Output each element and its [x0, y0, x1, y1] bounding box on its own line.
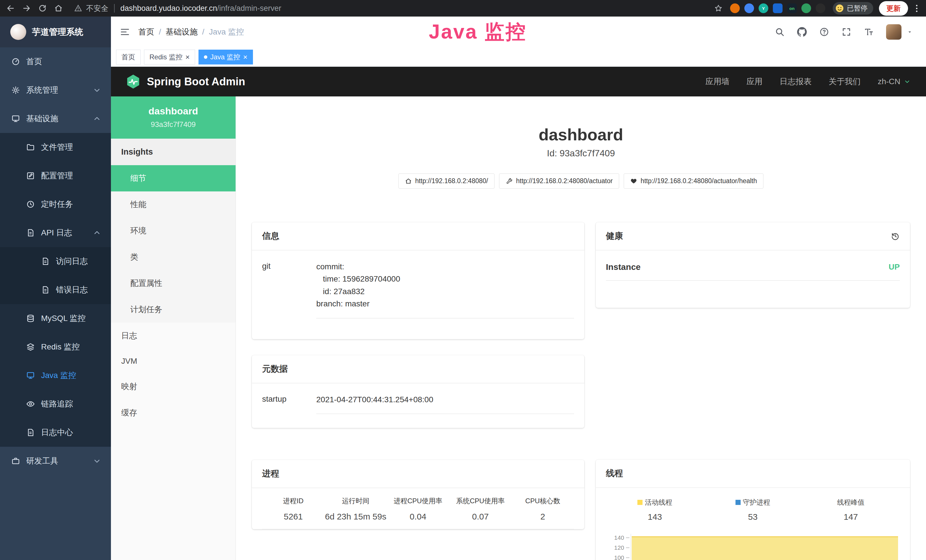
wrench-icon — [505, 178, 513, 185]
sidebar-item-redis-monitor[interactable]: Redis 监控 — [0, 333, 111, 361]
sba-menu-caches[interactable]: 缓存 — [111, 400, 236, 426]
sidebar-item-java-monitor[interactable]: Java 监控 — [0, 361, 111, 390]
extension-measure-icon[interactable] — [744, 3, 754, 13]
sidebar-item-api-log[interactable]: API 日志 — [0, 218, 111, 247]
collapse-sidebar-icon[interactable] — [120, 27, 130, 37]
sidebar-item-label: 定时任务 — [41, 199, 73, 210]
table-header-cell: CPU核心数 — [511, 496, 574, 506]
browser-home-icon[interactable] — [54, 4, 63, 12]
instance-link-actuator[interactable]: http://192.168.0.2:48080/actuator — [499, 173, 619, 189]
sba-menu-environment[interactable]: 环境 — [111, 218, 236, 244]
instance-header[interactable]: dashboard 93a3fc7f7409 — [111, 97, 236, 139]
sba-nav-applications[interactable]: 应用 — [747, 76, 763, 87]
sidebar-item-scheduled-job[interactable]: 定时任务 — [0, 190, 111, 218]
update-button[interactable]: 更新 — [879, 1, 908, 16]
sidebar-item-access-log[interactable]: 访问日志 — [0, 247, 111, 275]
health-instance-label: Instance — [606, 262, 641, 272]
sidebar-item-error-log[interactable]: 错误日志 — [0, 275, 111, 304]
app-logo[interactable]: 芋道管理系统 — [0, 17, 111, 47]
doc-icon — [41, 286, 50, 294]
sidebar-item-file-manage[interactable]: 文件管理 — [0, 133, 111, 162]
sidebar-item-label: API 日志 — [41, 227, 72, 238]
legend-text: 线程峰值 — [837, 498, 864, 507]
screen-icon — [26, 371, 35, 380]
logo-image — [10, 24, 26, 40]
sba-menu-mappings[interactable]: 映射 — [111, 374, 236, 400]
tab-close-icon[interactable]: × — [185, 53, 190, 61]
breadcrumb-item[interactable]: 基础设施 — [166, 27, 198, 37]
extension-onetab-icon[interactable]: on — [787, 3, 797, 13]
extension-grid-icon[interactable] — [773, 3, 782, 13]
omnibox-divider — [114, 4, 115, 12]
chart-area-live-threads — [632, 536, 898, 560]
instance-link-root[interactable]: http://192.168.0.2:48080/ — [398, 173, 495, 189]
instance-link-label: http://192.168.0.2:48080/actuator/health — [640, 177, 757, 185]
history-icon[interactable] — [891, 232, 900, 241]
tab-close-icon[interactable]: × — [243, 53, 248, 61]
sba-nav-journal[interactable]: 日志报表 — [780, 76, 812, 87]
chart-tick: 100 — [606, 554, 624, 560]
paused-badge[interactable]: 已暂停 — [833, 2, 873, 15]
info-card: 信息 git commit: time: 1596289704000 id: 2… — [252, 222, 584, 339]
process-card: 进程 进程ID运行时间进程CPU使用率系统CPU使用率CPU核心数52616d … — [252, 460, 584, 529]
sidebar-item-label: 系统管理 — [26, 85, 58, 95]
sba-nav-about[interactable]: 关于我们 — [829, 76, 861, 87]
bookmark-star-icon[interactable] — [714, 4, 723, 12]
breadcrumb-item[interactable]: 首页 — [138, 27, 154, 37]
help-icon[interactable] — [819, 27, 829, 37]
sba-menu-jvm[interactable]: JVM — [111, 349, 236, 374]
refresh-icon[interactable] — [38, 4, 47, 12]
fullscreen-icon[interactable] — [841, 27, 851, 37]
sba-menu-config-props[interactable]: 配置属性 — [111, 270, 236, 297]
sidebar-item-mysql-monitor[interactable]: MySQL 监控 — [0, 304, 111, 333]
chart-tick-mark — [626, 548, 629, 548]
header-actions — [775, 24, 913, 40]
sidebar-item-infrastructure[interactable]: 基础设施 — [0, 104, 111, 133]
sba-nav-wallboard[interactable]: 应用墙 — [705, 76, 729, 87]
sba-brand[interactable]: Spring Boot Admin — [147, 76, 245, 88]
tab-redis-monitor[interactable]: Redis 监控× — [144, 50, 195, 65]
tags-view: 首页Redis 监控×Java 监控× — [111, 47, 926, 67]
health-card-title: 健康 — [606, 230, 623, 242]
sba-menu-details[interactable]: 细节 — [111, 165, 236, 191]
address-bar[interactable]: 不安全 dashboard.yudao.iocoder.cn/infra/adm… — [74, 3, 281, 14]
sidebar-item-log-center[interactable]: 日志中心 — [0, 418, 111, 447]
legend-text: 守护进程 — [743, 498, 770, 507]
sidebar-item-label: 错误日志 — [56, 285, 88, 295]
sidebar-item-config-manage[interactable]: 配置管理 — [0, 162, 111, 190]
avatar-caret-icon[interactable] — [906, 29, 913, 35]
sidebar-item-trace[interactable]: 链路追踪 — [0, 390, 111, 418]
back-icon[interactable] — [6, 4, 15, 12]
github-icon[interactable] — [797, 27, 807, 37]
extension-youdao-icon[interactable]: Y — [759, 3, 768, 13]
sba-menu-classes[interactable]: 类 — [111, 244, 236, 270]
sidebar-item-home[interactable]: 首页 — [0, 47, 111, 76]
extension-leaf-icon[interactable] — [801, 3, 811, 13]
sba-menu-scheduled-tasks[interactable]: 计划任务 — [111, 297, 236, 322]
sidebar-item-label: Redis 监控 — [41, 342, 80, 352]
forward-icon[interactable] — [22, 4, 31, 12]
user-avatar[interactable] — [886, 24, 902, 40]
threads-card: 线程 活动线程143守护进程53线程峰值147 140120100 — [596, 460, 910, 560]
browser-menu-icon[interactable] — [914, 4, 920, 13]
search-icon[interactable] — [775, 27, 785, 37]
tab-home[interactable]: 首页 — [116, 50, 141, 65]
metadata-card-title: 元数据 — [262, 363, 288, 375]
tab-java-monitor[interactable]: Java 监控× — [198, 50, 253, 65]
sba-menu-metrics[interactable]: 性能 — [111, 191, 236, 218]
sidebar-item-label: 链路追踪 — [41, 398, 73, 409]
threads-card-title: 线程 — [606, 468, 623, 479]
locale-selector[interactable]: zh-CN — [878, 77, 911, 86]
instance-id: 93a3fc7f7409 — [115, 120, 231, 129]
sidebar-item-label: 日志中心 — [41, 427, 73, 438]
sidebar-item-system-manage[interactable]: 系统管理 — [0, 76, 111, 104]
font-size-icon[interactable] — [864, 27, 873, 37]
spring-boot-admin-logo-icon — [125, 74, 141, 89]
instance-link-health[interactable]: http://192.168.0.2:48080/actuator/health — [624, 173, 763, 189]
sidebar-item-dev-tools[interactable]: 研发工具 — [0, 447, 111, 475]
health-instance-row[interactable]: Instance UP — [606, 262, 900, 281]
sba-side-menu: 日志JVM映射缓存 — [111, 322, 236, 426]
extension-lion-icon[interactable] — [730, 3, 740, 13]
extension-paw-icon[interactable] — [816, 3, 825, 13]
sba-menu-logs[interactable]: 日志 — [111, 322, 236, 349]
